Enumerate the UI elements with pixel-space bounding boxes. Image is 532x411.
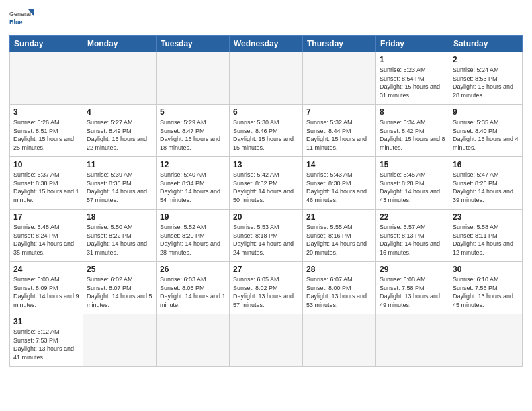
calendar-cell: 29Sunrise: 6:08 AM Sunset: 7:58 PM Dayli… [376,262,449,314]
day-info: Sunrise: 5:37 AM Sunset: 8:38 PM Dayligh… [13,171,79,204]
day-number: 24 [13,265,79,274]
day-number: 5 [160,107,226,117]
day-header-thursday: Thursday [303,36,376,52]
day-number: 20 [233,212,299,222]
calendar-cell: 2Sunrise: 5:24 AM Sunset: 8:53 PM Daylig… [449,52,523,105]
day-number: 4 [87,107,152,117]
calendar-cell: 24Sunrise: 6:00 AM Sunset: 8:09 PM Dayli… [10,262,83,314]
day-info: Sunrise: 6:02 AM Sunset: 8:07 PM Dayligh… [87,275,152,309]
day-number: 12 [160,160,226,169]
day-number: 16 [453,160,519,169]
svg-text:General: General [9,11,31,17]
day-info: Sunrise: 5:43 AM Sunset: 8:30 PM Dayligh… [306,171,372,204]
day-info: Sunrise: 6:10 AM Sunset: 7:56 PM Dayligh… [453,275,519,309]
day-info: Sunrise: 5:57 AM Sunset: 8:13 PM Dayligh… [380,223,445,257]
calendar-cell: 1Sunrise: 5:23 AM Sunset: 8:54 PM Daylig… [376,52,449,105]
calendar-header-row: SundayMondayTuesdayWednesdayThursdayFrid… [10,36,523,52]
day-number: 27 [233,265,299,274]
day-number: 14 [306,160,372,169]
header: General Blue [9,7,523,31]
day-number: 23 [453,212,519,222]
logo-icon: General Blue [9,7,34,31]
calendar-week-row: 1Sunrise: 5:23 AM Sunset: 8:54 PM Daylig… [10,52,523,105]
calendar-cell [157,52,230,105]
calendar-cell: 14Sunrise: 5:43 AM Sunset: 8:30 PM Dayli… [303,157,376,210]
day-info: Sunrise: 5:48 AM Sunset: 8:24 PM Dayligh… [13,223,79,257]
day-number: 13 [233,160,299,169]
day-number: 22 [380,212,445,222]
day-number: 9 [453,107,519,117]
calendar-cell: 19Sunrise: 5:52 AM Sunset: 8:20 PM Dayli… [157,210,230,262]
day-info: Sunrise: 5:30 AM Sunset: 8:46 PM Dayligh… [233,118,299,152]
calendar-cell: 12Sunrise: 5:40 AM Sunset: 8:34 PM Dayli… [157,157,230,210]
calendar-cell: 20Sunrise: 5:53 AM Sunset: 8:18 PM Dayli… [230,210,303,262]
day-info: Sunrise: 5:58 AM Sunset: 8:11 PM Dayligh… [453,223,519,257]
day-info: Sunrise: 6:12 AM Sunset: 7:53 PM Dayligh… [13,328,79,361]
day-info: Sunrise: 5:23 AM Sunset: 8:54 PM Dayligh… [380,66,445,99]
calendar-cell: 18Sunrise: 5:50 AM Sunset: 8:22 PM Dayli… [83,210,157,262]
day-number: 26 [160,265,226,274]
calendar-cell: 13Sunrise: 5:42 AM Sunset: 8:32 PM Dayli… [230,157,303,210]
calendar-cell: 25Sunrise: 6:02 AM Sunset: 8:07 PM Dayli… [83,262,157,314]
calendar-cell: 8Sunrise: 5:34 AM Sunset: 8:42 PM Daylig… [376,105,449,157]
day-number: 11 [87,160,152,169]
calendar-cell: 27Sunrise: 6:05 AM Sunset: 8:02 PM Dayli… [230,262,303,314]
day-info: Sunrise: 5:42 AM Sunset: 8:32 PM Dayligh… [233,171,299,204]
day-number: 31 [13,317,79,326]
calendar-cell [83,314,157,367]
day-info: Sunrise: 6:03 AM Sunset: 8:05 PM Dayligh… [160,275,226,309]
day-header-wednesday: Wednesday [230,36,303,52]
day-number: 3 [13,107,79,117]
day-info: Sunrise: 5:52 AM Sunset: 8:20 PM Dayligh… [160,223,226,257]
day-number: 7 [306,107,372,117]
calendar-cell: 26Sunrise: 6:03 AM Sunset: 8:05 PM Dayli… [157,262,230,314]
calendar-cell: 23Sunrise: 5:58 AM Sunset: 8:11 PM Dayli… [449,210,523,262]
calendar-cell: 31Sunrise: 6:12 AM Sunset: 7:53 PM Dayli… [10,314,83,367]
calendar-cell: 22Sunrise: 5:57 AM Sunset: 8:13 PM Dayli… [376,210,449,262]
day-number: 25 [87,265,152,274]
day-number: 28 [306,265,372,274]
day-info: Sunrise: 5:32 AM Sunset: 8:44 PM Dayligh… [306,118,372,152]
calendar-week-row: 31Sunrise: 6:12 AM Sunset: 7:53 PM Dayli… [10,314,523,367]
calendar-cell: 5Sunrise: 5:29 AM Sunset: 8:47 PM Daylig… [157,105,230,157]
day-info: Sunrise: 5:27 AM Sunset: 8:49 PM Dayligh… [87,118,152,152]
day-info: Sunrise: 5:53 AM Sunset: 8:18 PM Dayligh… [233,223,299,257]
day-number: 15 [380,160,445,169]
day-info: Sunrise: 5:29 AM Sunset: 8:47 PM Dayligh… [160,118,226,152]
calendar-week-row: 10Sunrise: 5:37 AM Sunset: 8:38 PM Dayli… [10,157,523,210]
svg-text:Blue: Blue [9,19,23,26]
calendar-cell: 9Sunrise: 5:35 AM Sunset: 8:40 PM Daylig… [449,105,523,157]
day-header-tuesday: Tuesday [157,36,230,52]
day-number: 1 [380,55,445,64]
day-info: Sunrise: 5:45 AM Sunset: 8:28 PM Dayligh… [380,171,445,204]
calendar-cell: 17Sunrise: 5:48 AM Sunset: 8:24 PM Dayli… [10,210,83,262]
day-number: 17 [13,212,79,222]
day-info: Sunrise: 5:50 AM Sunset: 8:22 PM Dayligh… [87,223,152,257]
calendar-cell: 16Sunrise: 5:47 AM Sunset: 8:26 PM Dayli… [449,157,523,210]
calendar-cell: 3Sunrise: 5:26 AM Sunset: 8:51 PM Daylig… [10,105,83,157]
calendar-cell: 21Sunrise: 5:55 AM Sunset: 8:16 PM Dayli… [303,210,376,262]
day-header-saturday: Saturday [449,36,523,52]
day-header-friday: Friday [376,36,449,52]
day-number: 19 [160,212,226,222]
day-info: Sunrise: 5:35 AM Sunset: 8:40 PM Dayligh… [453,118,519,152]
calendar-cell [303,314,376,367]
day-info: Sunrise: 5:47 AM Sunset: 8:26 PM Dayligh… [453,171,519,204]
calendar-cell: 10Sunrise: 5:37 AM Sunset: 8:38 PM Dayli… [10,157,83,210]
calendar-cell: 6Sunrise: 5:30 AM Sunset: 8:46 PM Daylig… [230,105,303,157]
calendar-cell [230,314,303,367]
day-info: Sunrise: 5:26 AM Sunset: 8:51 PM Dayligh… [13,118,79,152]
day-info: Sunrise: 6:07 AM Sunset: 8:00 PM Dayligh… [306,275,372,309]
day-number: 6 [233,107,299,117]
day-number: 8 [380,107,445,117]
calendar-cell [303,52,376,105]
calendar-cell [83,52,157,105]
calendar-cell [376,314,449,367]
day-number: 30 [453,265,519,274]
calendar-page: General Blue SundayMondayTuesdayWednesda… [0,0,532,411]
calendar-cell: 15Sunrise: 5:45 AM Sunset: 8:28 PM Dayli… [376,157,449,210]
day-number: 2 [453,55,519,64]
day-info: Sunrise: 6:00 AM Sunset: 8:09 PM Dayligh… [13,275,79,309]
calendar-cell [157,314,230,367]
day-info: Sunrise: 6:08 AM Sunset: 7:58 PM Dayligh… [380,275,445,309]
